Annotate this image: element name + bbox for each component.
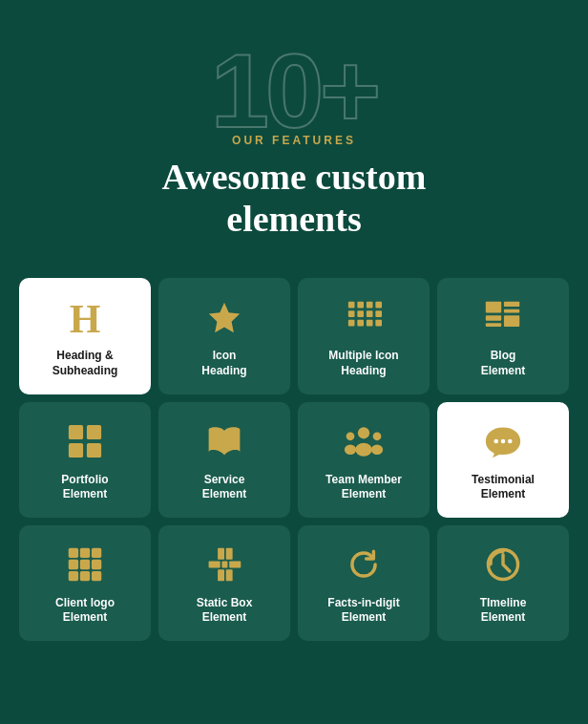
svg-rect-6 xyxy=(357,311,364,318)
timeline-element-label: TImeline Element xyxy=(480,596,527,626)
grid-item-facts-in-digit-element[interactable]: Facts-in-digit Element xyxy=(298,525,430,641)
svg-rect-40 xyxy=(92,571,101,581)
features-label: OUR FEATURES xyxy=(19,134,569,147)
svg-rect-44 xyxy=(221,561,227,567)
service-element-label: Service Element xyxy=(202,473,247,502)
svg-rect-46 xyxy=(218,569,224,581)
svg-rect-8 xyxy=(375,311,382,318)
svg-marker-0 xyxy=(209,303,240,332)
svg-point-23 xyxy=(358,427,369,438)
svg-point-31 xyxy=(508,438,513,443)
grid-item-heading-subheading[interactable]: HHeading & Subheading xyxy=(19,278,151,394)
svg-rect-10 xyxy=(357,320,364,327)
grid-item-portfolio-element[interactable]: Portfolio Element xyxy=(19,402,151,518)
svg-rect-37 xyxy=(92,560,101,569)
svg-rect-11 xyxy=(367,320,373,327)
svg-rect-7 xyxy=(367,311,373,318)
svg-point-27 xyxy=(373,432,382,440)
svg-rect-47 xyxy=(226,569,233,581)
grid-item-static-box-element[interactable]: Static Box Element xyxy=(158,525,290,641)
grid-item-testimonial-element[interactable]: Testimonial Element xyxy=(437,402,569,518)
svg-rect-43 xyxy=(209,561,220,567)
svg-rect-4 xyxy=(375,302,382,309)
svg-rect-14 xyxy=(504,302,519,307)
svg-rect-1 xyxy=(348,302,355,309)
svg-rect-13 xyxy=(486,302,501,313)
icon-heading-label: Icon Heading xyxy=(201,349,246,378)
features-grid: HHeading & Subheading Icon Heading Multi… xyxy=(0,259,588,670)
static-box-element-label: Static Box Element xyxy=(197,596,253,626)
grid-item-client-logo-element[interactable]: Client logo Element xyxy=(19,525,151,641)
testimonial-element-icon xyxy=(484,423,522,473)
svg-rect-15 xyxy=(504,309,519,313)
team-member-element-label: Team Member Element xyxy=(326,473,402,502)
svg-point-26 xyxy=(345,444,356,455)
svg-rect-38 xyxy=(69,571,78,581)
svg-rect-3 xyxy=(367,302,373,309)
svg-rect-22 xyxy=(87,442,101,457)
svg-rect-2 xyxy=(357,302,364,309)
blog-element-icon xyxy=(484,299,522,349)
grid-item-icon-heading[interactable]: Icon Heading xyxy=(158,278,290,394)
svg-rect-5 xyxy=(348,311,355,318)
grid-item-team-member-element[interactable]: Team Member Element xyxy=(298,402,430,518)
client-logo-element-icon xyxy=(67,546,103,596)
svg-rect-34 xyxy=(92,547,101,557)
multiple-icon-heading-icon xyxy=(346,299,382,349)
svg-rect-45 xyxy=(229,561,241,567)
svg-rect-21 xyxy=(69,442,83,457)
portfolio-element-label: Portfolio Element xyxy=(61,473,108,502)
headline: Awesome custom elements xyxy=(19,157,569,240)
svg-rect-17 xyxy=(486,324,501,328)
multiple-icon-heading-label: Multiple Icon Heading xyxy=(328,349,398,378)
svg-rect-9 xyxy=(348,320,355,327)
svg-rect-20 xyxy=(87,424,101,438)
heading-subheading-icon: H xyxy=(70,299,101,349)
svg-point-24 xyxy=(355,442,372,456)
svg-point-30 xyxy=(501,438,506,443)
svg-rect-16 xyxy=(486,316,501,321)
svg-rect-36 xyxy=(80,560,90,569)
blog-element-label: Blog Element xyxy=(481,349,526,378)
svg-point-28 xyxy=(371,444,383,455)
svg-rect-41 xyxy=(218,547,224,559)
svg-rect-35 xyxy=(69,560,78,569)
svg-rect-39 xyxy=(80,571,90,581)
svg-rect-18 xyxy=(504,316,519,328)
svg-point-29 xyxy=(494,438,498,443)
big-number: 10+ xyxy=(19,38,569,143)
grid-item-blog-element[interactable]: Blog Element xyxy=(437,278,569,394)
testimonial-element-label: Testimonial Element xyxy=(472,473,535,502)
svg-rect-32 xyxy=(69,547,78,557)
svg-point-25 xyxy=(346,432,355,440)
hero-section: 10+ OUR FEATURES Awesome custom elements xyxy=(0,0,588,259)
facts-in-digit-element-icon xyxy=(346,546,382,596)
service-element-icon xyxy=(205,423,243,473)
static-box-element-icon xyxy=(206,546,242,596)
icon-heading-icon xyxy=(206,299,242,349)
heading-subheading-label: Heading & Subheading xyxy=(52,349,118,378)
svg-rect-12 xyxy=(375,320,382,327)
grid-item-timeline-element[interactable]: TImeline Element xyxy=(437,525,569,641)
portfolio-element-icon xyxy=(67,423,103,473)
svg-rect-33 xyxy=(80,547,90,557)
team-member-element-icon xyxy=(344,423,384,473)
grid-item-multiple-icon-heading[interactable]: Multiple Icon Heading xyxy=(298,278,430,394)
svg-rect-19 xyxy=(69,424,83,438)
svg-rect-42 xyxy=(226,547,233,559)
client-logo-element-label: Client logo Element xyxy=(55,596,115,626)
timeline-element-icon xyxy=(485,546,521,596)
grid-item-service-element[interactable]: Service Element xyxy=(158,402,290,518)
facts-in-digit-element-label: Facts-in-digit Element xyxy=(327,596,399,626)
